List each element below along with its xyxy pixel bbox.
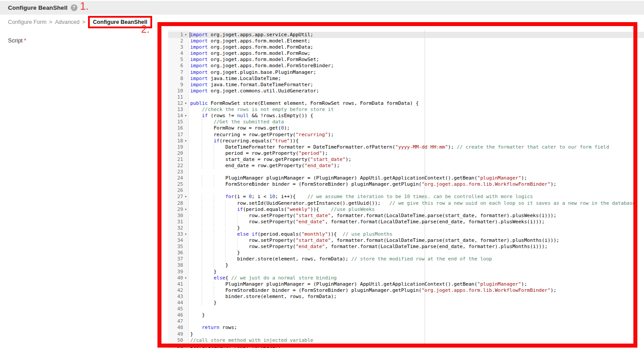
code-text: row.setProperty("end_date", formatter.fo…: [188, 219, 644, 225]
help-icon[interactable]: ?: [71, 4, 77, 11]
code-line[interactable]: 24 PluginManager pluginManager = (Plugin…: [168, 175, 644, 181]
indent-guide: [214, 175, 215, 181]
code-line[interactable]: 19 DateTimeFormatter formatter = DateTim…: [168, 144, 644, 150]
code-line[interactable]: 9import java.time.format.DateTimeFormatt…: [168, 82, 644, 88]
code-line[interactable]: 26: [168, 187, 644, 194]
code-line[interactable]: 46 }: [168, 312, 644, 318]
gutter-cell: 13: [168, 107, 188, 113]
line-number: 5: [168, 57, 183, 63]
fold-toggle-icon[interactable]: ▾: [183, 32, 188, 38]
code-line[interactable]: 43 binder.store(element, rows, formData)…: [168, 294, 644, 300]
code-line[interactable]: 11: [168, 94, 644, 100]
gutter-cell: 32: [168, 225, 188, 231]
line-number: 51: [168, 344, 183, 348]
indent-guide: [202, 163, 203, 169]
fold-gutter-spacer: [183, 125, 188, 131]
breadcrumb-item-configure-form[interactable]: Configure Form: [8, 19, 46, 25]
code-line[interactable]: 25 FormStoreBinder binder = (FormStoreBi…: [168, 181, 644, 187]
code-text: store(element, rows, formData);: [188, 344, 644, 348]
page-title: Configure BeanShell: [8, 4, 68, 11]
code-line[interactable]: 10import org.joget.commons.util.UuidGene…: [168, 88, 644, 94]
code-line[interactable]: 31 row.setProperty("end_date", formatter…: [168, 219, 644, 225]
gutter-cell: 9: [168, 82, 188, 88]
fold-toggle-icon[interactable]: ▾: [183, 100, 188, 107]
gutter-cell: 20: [168, 150, 188, 157]
code-line[interactable]: 2import org.joget.apps.form.model.Elemen…: [168, 38, 644, 44]
fold-gutter-spacer: [183, 119, 188, 125]
gutter-cell: 31: [168, 219, 188, 225]
code-line[interactable]: 28 row.setId(UuidGenerator.getInstance()…: [168, 200, 644, 207]
gutter-cell: 29▾: [168, 207, 188, 213]
code-line[interactable]: 49}: [168, 331, 644, 337]
line-number: 15: [168, 119, 183, 125]
indent-guide: [202, 150, 203, 157]
fold-toggle-icon[interactable]: ▾: [183, 194, 188, 200]
code-line[interactable]: 39 }: [168, 269, 644, 275]
indent-guide: [237, 244, 238, 250]
fold-gutter-spacer: [183, 312, 188, 318]
code-line[interactable]: 44 }: [168, 300, 644, 306]
fold-gutter-spacer: [183, 63, 188, 69]
code-line[interactable]: 8import java.time.LocalDateTime;: [168, 76, 644, 82]
indent-guide: [202, 200, 203, 207]
code-line[interactable]: 4import org.joget.apps.form.model.FormRo…: [168, 50, 644, 57]
code-line[interactable]: 15 //Get the submitted data: [168, 119, 644, 125]
code-line[interactable]: 33▾ else if(period.equals("monthly")){ /…: [168, 231, 644, 237]
fold-toggle-icon[interactable]: ▾: [183, 138, 188, 144]
fold-gutter-spacer: [183, 69, 188, 76]
gutter-cell: 11: [168, 94, 188, 100]
code-line[interactable]: 38 }: [168, 262, 644, 268]
code-text: recurring = row.getProperty("recurring")…: [188, 132, 644, 138]
code-line[interactable]: 3import org.joget.apps.form.model.FormDa…: [168, 44, 644, 50]
code-line[interactable]: 27▾ for(i = 0; i < 10; i++){ // we assum…: [168, 194, 644, 200]
code-line[interactable]: 7import org.joget.plugin.base.PluginMana…: [168, 69, 644, 76]
code-line[interactable]: 13 //check the rows is not empty before …: [168, 107, 644, 113]
code-line[interactable]: 23: [168, 169, 644, 175]
code-line[interactable]: 22 end_date = row.getProperty("end_date"…: [168, 163, 644, 169]
code-line[interactable]: 6import org.joget.apps.form.model.FormSt…: [168, 63, 644, 69]
indent-guide: [214, 213, 215, 219]
code-line[interactable]: 20 period = row.getProperty("period");: [168, 150, 644, 157]
code-text: import org.joget.apps.form.model.FormDat…: [188, 44, 644, 50]
fold-gutter-spacer: [183, 225, 188, 231]
code-line[interactable]: 16 FormRow row = rows.get(0);: [168, 125, 644, 131]
code-line[interactable]: 42 FormStoreBinder binder = (FormStoreBi…: [168, 287, 644, 294]
code-line[interactable]: 32 }: [168, 225, 644, 231]
line-number: 35: [168, 244, 183, 250]
code-line[interactable]: 17 recurring = row.getProperty("recurrin…: [168, 132, 644, 138]
code-line[interactable]: 47: [168, 318, 644, 325]
fold-gutter-spacer: [183, 200, 188, 207]
fold-toggle-icon[interactable]: ▾: [183, 113, 188, 119]
fold-toggle-icon[interactable]: ▾: [183, 207, 188, 213]
code-line[interactable]: 14▾ if (rows != null && !rows.isEmpty())…: [168, 113, 644, 119]
code-line[interactable]: 35 row.setProperty("end_date", formatter…: [168, 244, 644, 250]
fold-gutter-spacer: [183, 306, 188, 312]
code-line[interactable]: 40▾ else{ // we just do a normal store b…: [168, 275, 644, 281]
code-line[interactable]: 51store(element, rows, formData);: [168, 344, 644, 348]
code-text: //call store method with injected variab…: [188, 337, 644, 344]
code-line[interactable]: 1▾import org.joget.apps.app.service.AppU…: [168, 32, 644, 38]
code-line[interactable]: 18▾ if(recurring.equals("true")){: [168, 138, 644, 144]
code-line[interactable]: 41 PluginManager pluginManager = (Plugin…: [168, 281, 644, 287]
code-line[interactable]: 37 binder.store(element, rows, formData)…: [168, 256, 644, 262]
code-line[interactable]: 45: [168, 306, 644, 312]
script-code-editor[interactable]: 1▾import org.joget.apps.app.service.AppU…: [168, 30, 644, 348]
code-line[interactable]: 48 return rows;: [168, 325, 644, 331]
indent-guide: [225, 244, 226, 250]
code-line[interactable]: 30 row.setProperty("start_date", formatt…: [168, 213, 644, 219]
gutter-cell: 8: [168, 76, 188, 82]
fold-toggle-icon[interactable]: ▾: [183, 275, 188, 281]
indent-guide: [225, 219, 226, 225]
code-line[interactable]: 21 start_date = row.getProperty("start_d…: [168, 157, 644, 163]
fold-toggle-icon[interactable]: ▾: [183, 231, 188, 237]
code-text: row.setId(UuidGenerator.getInstance().ge…: [188, 200, 644, 207]
code-line[interactable]: 12▾public FormRowSet store(Element eleme…: [168, 100, 644, 107]
code-line[interactable]: 34 row.setProperty("start_date", formatt…: [168, 237, 644, 244]
fold-gutter-spacer: [183, 163, 188, 169]
code-line[interactable]: 29▾ if(period.equals("weekly")){ //use p…: [168, 207, 644, 213]
indent-guide: [202, 157, 203, 163]
code-line[interactable]: 36 }: [168, 250, 644, 256]
code-line[interactable]: 50//call store method with injected vari…: [168, 337, 644, 344]
code-line[interactable]: 5import org.joget.apps.form.model.FormRo…: [168, 57, 644, 63]
breadcrumb-item-advanced[interactable]: Advanced: [55, 19, 80, 25]
